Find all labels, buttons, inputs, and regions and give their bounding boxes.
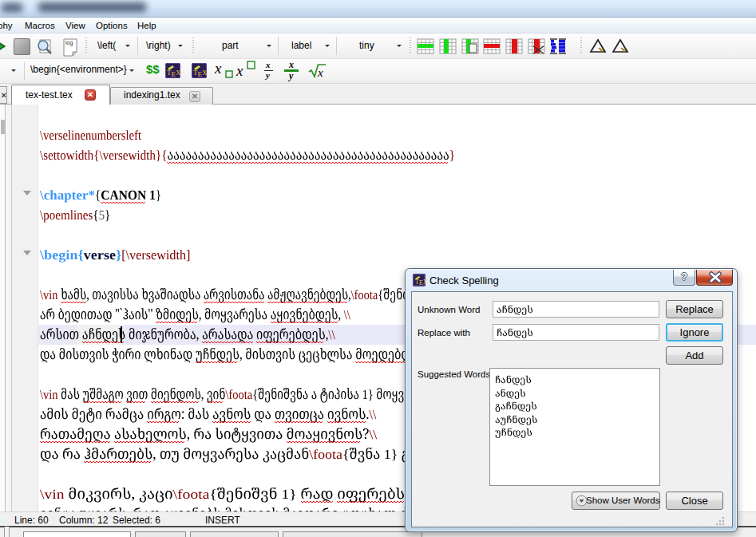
svg-text:x: x: [317, 66, 323, 79]
svg-text:TEX: TEX: [193, 69, 207, 78]
svg-text:TEX: TEX: [415, 278, 425, 286]
svg-text:log: log: [65, 40, 73, 46]
svg-text:TEX: TEX: [167, 69, 180, 78]
